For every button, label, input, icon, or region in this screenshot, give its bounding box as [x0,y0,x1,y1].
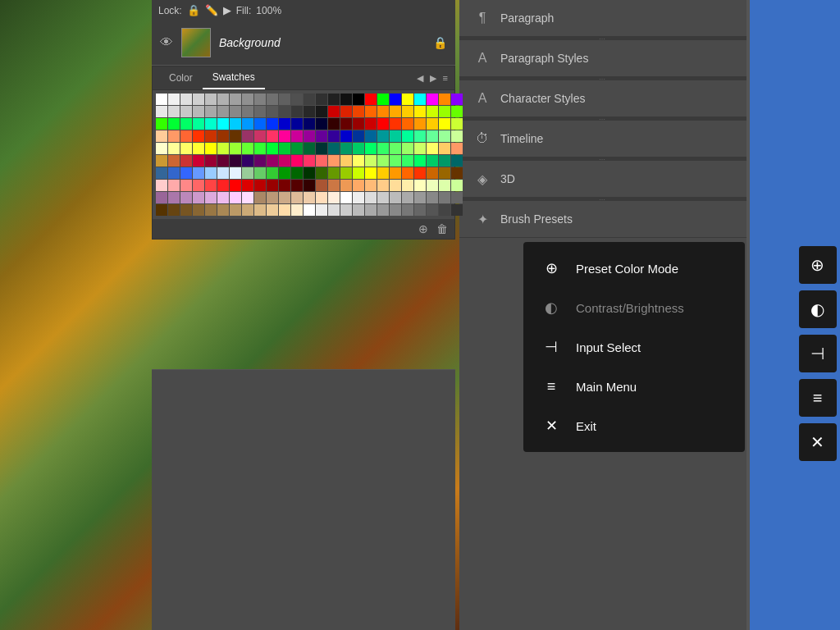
color-swatch[interactable] [377,94,389,105]
color-swatch[interactable] [427,155,438,167]
color-swatch[interactable] [205,143,217,154]
color-swatch[interactable] [365,118,377,130]
color-swatch[interactable] [377,143,389,154]
color-swatch[interactable] [180,192,192,203]
color-swatch[interactable] [353,180,364,191]
color-swatch[interactable] [439,143,450,154]
color-swatch[interactable] [205,130,217,142]
color-swatch[interactable] [316,180,327,191]
scroll-left-icon[interactable]: ◀ [417,73,423,84]
color-swatch[interactable] [168,106,180,117]
color-swatch[interactable] [304,180,315,191]
color-swatch[interactable] [328,167,340,179]
color-swatch[interactable] [168,118,180,130]
color-swatch[interactable] [242,204,253,216]
color-swatch[interactable] [414,167,426,179]
color-swatch[interactable] [254,130,266,142]
color-swatch[interactable] [279,94,290,105]
color-swatch[interactable] [304,118,315,130]
color-swatch[interactable] [242,192,253,203]
color-swatch[interactable] [328,180,340,191]
color-swatch[interactable] [205,167,217,179]
color-swatch[interactable] [414,94,426,105]
color-swatch[interactable] [439,180,450,191]
color-swatch[interactable] [390,143,401,154]
input-select-btn[interactable]: ⊣ [799,335,837,372]
color-swatch[interactable] [365,192,377,203]
color-swatch[interactable] [291,192,303,203]
color-swatch[interactable] [193,155,204,167]
exit-btn[interactable]: ✕ [799,423,837,461]
color-swatch[interactable] [230,155,241,167]
color-swatch[interactable] [291,106,303,117]
color-swatch[interactable] [254,167,266,179]
panel-item-3d[interactable]: ◈ 3D [459,161,746,198]
color-swatch[interactable] [205,155,217,167]
color-swatch[interactable] [193,192,204,203]
color-swatch[interactable] [205,180,217,191]
color-swatch[interactable] [180,94,192,105]
color-swatch[interactable] [168,180,180,191]
color-swatch[interactable] [205,192,217,203]
color-swatch[interactable] [180,143,192,154]
color-swatch[interactable] [340,180,352,191]
color-swatch[interactable] [242,94,253,105]
color-swatch[interactable] [230,192,241,203]
color-swatch[interactable] [304,143,315,154]
color-swatch[interactable] [414,143,426,154]
color-swatch[interactable] [451,167,463,179]
menu-item-main-menu[interactable]: ≡ Main Menu [523,367,745,406]
color-swatch[interactable] [291,180,303,191]
color-swatch[interactable] [291,94,303,105]
color-swatch[interactable] [353,118,364,130]
delete-swatch-icon[interactable]: 🗑 [436,222,448,235]
color-tab[interactable]: Color [159,67,203,89]
color-swatch[interactable] [291,167,303,179]
color-swatch[interactable] [451,204,463,216]
color-swatch[interactable] [193,143,204,154]
color-swatch[interactable] [180,106,192,117]
color-swatch[interactable] [427,118,438,130]
color-swatch[interactable] [353,192,364,203]
color-swatch[interactable] [193,204,204,216]
color-swatch[interactable] [390,192,401,203]
color-swatch[interactable] [168,130,180,142]
color-swatch[interactable] [156,94,167,105]
color-swatch[interactable] [390,180,401,191]
color-swatch[interactable] [365,143,377,154]
color-swatch[interactable] [193,167,204,179]
color-swatch[interactable] [427,180,438,191]
color-swatch[interactable] [328,130,340,142]
color-swatch[interactable] [291,204,303,216]
contrast-btn[interactable]: ◐ [799,290,837,328]
color-swatch[interactable] [451,155,463,167]
color-swatch[interactable] [414,118,426,130]
color-swatch[interactable] [316,204,327,216]
color-swatch[interactable] [291,118,303,130]
color-swatch[interactable] [316,167,327,179]
visibility-icon[interactable]: 👁 [160,35,173,50]
color-swatch[interactable] [439,155,450,167]
color-swatch[interactable] [267,94,278,105]
color-swatch[interactable] [402,192,413,203]
color-swatch[interactable] [451,180,463,191]
color-swatch[interactable] [254,192,266,203]
new-swatch-icon[interactable]: ⊕ [418,222,428,235]
color-swatch[interactable] [390,94,401,105]
color-swatch[interactable] [390,204,401,216]
layer-name[interactable]: Background [219,36,281,49]
color-swatch[interactable] [217,155,229,167]
color-swatch[interactable] [340,106,352,117]
color-swatch[interactable] [230,204,241,216]
color-swatch[interactable] [267,192,278,203]
color-swatch[interactable] [328,192,340,203]
color-swatch[interactable] [193,130,204,142]
color-swatch[interactable] [427,143,438,154]
color-swatch[interactable] [279,143,290,154]
panel-item-paragraph-styles[interactable]: A Paragraph Styles [459,40,746,77]
color-swatch[interactable] [217,118,229,130]
color-swatch[interactable] [205,94,217,105]
color-swatch[interactable] [279,130,290,142]
color-swatch[interactable] [254,143,266,154]
color-swatch[interactable] [254,118,266,130]
